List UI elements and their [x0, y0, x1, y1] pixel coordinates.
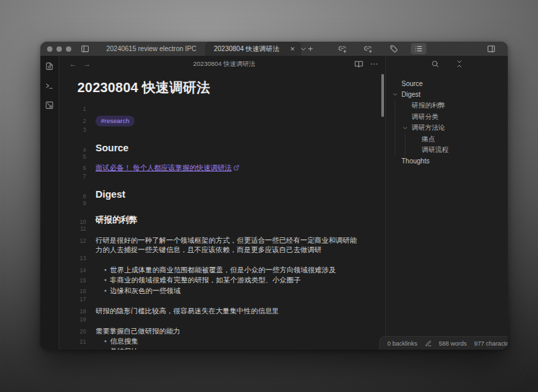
- editor-lines: 12#research34Source56面试必备！ 每个人都应该掌握的快速调研…: [59, 106, 385, 350]
- line-number: 4: [59, 147, 95, 153]
- bullet-text: 世界上成体量的商业范围都能被覆盖，但是小众的一些方向领域很难涉及: [110, 266, 336, 274]
- editor-line[interactable]: 17: [59, 296, 385, 306]
- tags-icon[interactable]: [385, 44, 402, 53]
- tab-active[interactable]: 20230804 快速调研法 ✕: [205, 42, 301, 56]
- editor-line[interactable]: 10研报的利弊: [59, 210, 385, 225]
- outline-item[interactable]: 调研流程: [412, 145, 505, 156]
- editor-line[interactable]: 16•边缘和灰色的一些领域: [59, 286, 385, 297]
- outline-item[interactable]: 调研分类: [402, 112, 505, 123]
- minimize-window-button[interactable]: [56, 46, 62, 52]
- editor-content[interactable]: 20230804 快速调研法 12#research34Source56面试必备…: [59, 72, 385, 350]
- outline-item[interactable]: Digest: [392, 89, 505, 101]
- outline-item[interactable]: Source: [392, 78, 505, 89]
- editor-line[interactable]: 21•信息搜集: [59, 336, 385, 347]
- line-number: 20: [59, 328, 95, 335]
- editor-line[interactable]: 19: [59, 316, 385, 326]
- editor-line[interactable]: 11: [59, 225, 385, 235]
- bullet-text: 边缘和灰色的一些领域: [110, 286, 181, 295]
- tag-pill[interactable]: #research: [95, 116, 134, 127]
- search-icon[interactable]: [431, 60, 439, 68]
- tab-list-chevron-down-icon[interactable]: [295, 45, 311, 53]
- line-number: 7: [59, 173, 95, 180]
- paragraph-line: 研报的隐形门槛比较高，很容易迷失在大量集中性的信息里: [95, 306, 385, 316]
- backlinks-count[interactable]: 0 backlinks: [387, 340, 418, 347]
- titlebar-actions: [295, 42, 508, 56]
- heading2-line: Digest: [95, 190, 385, 200]
- bullet-marker: •: [104, 287, 107, 295]
- line-number: 6: [59, 165, 95, 171]
- editor-line[interactable]: 6面试必备！ 每个人都应该掌握的快速调研法: [59, 163, 385, 173]
- collapse-all-icon[interactable]: [455, 60, 463, 68]
- window-controls: [40, 42, 77, 56]
- editor-line[interactable]: 20需要掌握自己做研报的能力: [59, 326, 385, 336]
- outline-icon[interactable]: [411, 43, 426, 54]
- chevron-down-icon[interactable]: [392, 91, 398, 97]
- outline-item[interactable]: 痛点: [412, 134, 505, 145]
- editor-line[interactable]: 9: [59, 200, 385, 210]
- editor-line[interactable]: 13: [59, 255, 385, 265]
- outline-item-label: 调研分类: [412, 112, 438, 122]
- editor-line[interactable]: 1: [59, 106, 385, 116]
- line-number: 19: [59, 316, 95, 323]
- outline-item-label: Digest: [401, 91, 420, 98]
- editor-line[interactable]: 12行研是很好的一种了解一个领域框架的方式，但更适合一些已经有一定商业和调研能力…: [59, 235, 385, 255]
- close-window-button[interactable]: [47, 46, 52, 52]
- bullet-marker: •: [104, 276, 107, 284]
- left-sidebar-toggle-icon[interactable]: [77, 42, 93, 56]
- outline-item-label: 痛点: [422, 134, 435, 144]
- zoom-window-button[interactable]: [66, 46, 71, 52]
- outline-item[interactable]: 研报的利弊: [402, 100, 505, 112]
- bullet-marker: •: [104, 338, 107, 345]
- chevron-down-icon[interactable]: [402, 125, 408, 131]
- line-number: 14: [59, 267, 95, 274]
- editor-line[interactable]: 18研报的隐形门槛比较高，很容易迷失在大量集中性的信息里: [59, 306, 385, 316]
- editor-line[interactable]: 5: [59, 153, 385, 163]
- sketch-icon[interactable]: [45, 101, 54, 110]
- external-link[interactable]: 面试必备！ 每个人都应该掌握的快速调研法: [95, 163, 231, 171]
- pane-actions: ⋯: [354, 59, 379, 69]
- back-icon[interactable]: ←: [66, 60, 80, 68]
- editor-scrollbar[interactable]: [381, 74, 384, 117]
- right-sidebar-toggle-icon[interactable]: [483, 44, 500, 53]
- bullet-line: •非商业的领域很难有完整的研报，如某个游戏类型、小众圈子: [95, 275, 385, 286]
- forward-icon[interactable]: →: [80, 60, 94, 68]
- editor-line[interactable]: 15•非商业的领域很难有完整的研报，如某个游戏类型、小众圈子: [59, 275, 385, 286]
- editor-line[interactable]: 14•世界上成体量的商业范围都能被覆盖，但是小众的一些方向领域很难涉及: [59, 265, 385, 276]
- heading2-line: Source: [95, 143, 385, 153]
- pane-header: ← → 20230804 快速调研法 ⋯: [59, 56, 385, 72]
- line-number: 12: [59, 237, 95, 244]
- app-window: 20240615 review electron IPC 20230804 快速…: [40, 42, 508, 350]
- line-number: 5: [59, 153, 95, 160]
- bullet-line: •信息搜集: [95, 336, 385, 347]
- main-area: ← → 20230804 快速调研法 ⋯ 20230804 快速调研法 12#r…: [40, 56, 508, 350]
- editor-line[interactable]: 4Source: [59, 136, 385, 153]
- bullet-marker: •: [104, 266, 107, 274]
- editor-line[interactable]: 7: [59, 173, 385, 183]
- line-number: 1: [59, 106, 95, 112]
- link-line: 面试必备！ 每个人都应该掌握的快速调研法: [95, 163, 385, 173]
- paragraph-line: 行研是很好的一种了解一个领域框架的方式，但更适合一些已经有一定商业和调研能力的人…: [95, 235, 385, 255]
- more-options-icon[interactable]: ⋯: [370, 59, 379, 69]
- outline-item-label: 调研流程: [422, 145, 449, 155]
- pencil-icon: [425, 340, 432, 347]
- backlinks-icon[interactable]: [334, 44, 351, 53]
- note-inline-title[interactable]: 20230804 快速调研法: [77, 79, 385, 97]
- line-number: 17: [59, 296, 95, 303]
- editor-line[interactable]: 3: [59, 126, 385, 136]
- reading-view-icon[interactable]: [354, 60, 363, 69]
- editor-line[interactable]: 22•总结归纳: [59, 346, 385, 350]
- line-number: 3: [59, 126, 95, 133]
- line-number: 13: [59, 255, 95, 262]
- terminal-icon[interactable]: [45, 81, 54, 90]
- line-number: 11: [59, 225, 95, 232]
- tab-inactive[interactable]: 20240615 review electron IPC: [98, 42, 205, 56]
- editor-line[interactable]: 2#research: [59, 116, 385, 126]
- outgoing-links-icon[interactable]: [360, 44, 377, 53]
- editor-line[interactable]: 8Digest: [59, 183, 385, 200]
- close-tab-icon[interactable]: ✕: [290, 46, 295, 52]
- outline-item[interactable]: Thoughts: [392, 156, 505, 167]
- outline-tree: SourceDigest研报的利弊调研分类调研方法论痛点调研流程Thoughts: [386, 72, 508, 350]
- outline-item[interactable]: 调研方法论: [402, 122, 505, 134]
- line-number: 8: [59, 193, 95, 200]
- note-sync-icon[interactable]: [45, 62, 54, 71]
